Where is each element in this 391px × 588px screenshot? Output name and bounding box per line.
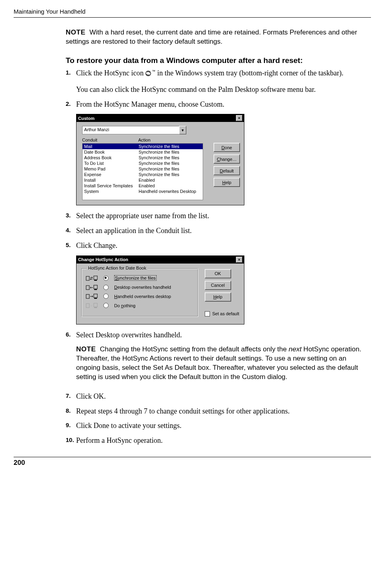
list-item[interactable]: MailSynchronize the files: [83, 144, 203, 149]
svg-rect-14: [94, 307, 97, 308]
user-combo[interactable]: Arthur Manzi ▼: [82, 126, 186, 134]
step-1: 1. Click the HotSync icon ™ in the Windo…: [66, 68, 371, 95]
step-number: 4.: [66, 226, 76, 236]
page-number: 200: [14, 459, 371, 467]
note-text: With a hard reset, the current date and …: [66, 28, 357, 45]
list-item[interactable]: Date BookSynchronize the files: [83, 149, 203, 155]
option-synchronize[interactable]: Synchronize the files: [86, 275, 194, 281]
step-text: Click the HotSync icon: [76, 69, 145, 77]
note-label: NOTE: [66, 28, 85, 36]
radio-icon: [103, 276, 109, 281]
note-emphasis: next: [288, 345, 301, 353]
running-head: Maintaining Your Handheld: [14, 8, 371, 15]
list-item[interactable]: Install Service TemplatesEnabled: [83, 183, 203, 189]
note-block-2: NOTEChanging the HotSync setting from th…: [76, 345, 371, 382]
handheld-to-desktop-icon: [86, 294, 98, 300]
trademark: ™: [152, 69, 155, 73]
list-item[interactable]: ExpenseSynchronize the files: [83, 172, 203, 177]
radio-icon: [103, 303, 109, 308]
svg-rect-6: [86, 286, 89, 290]
conduit-action: Synchronize the files: [139, 155, 179, 160]
do-nothing-icon: ··: [86, 302, 98, 308]
sync-both-icon: [86, 275, 98, 281]
step-number: 2.: [66, 99, 76, 109]
help-button[interactable]: Help: [205, 292, 231, 302]
option-handheld-overwrites[interactable]: Handheld overwrites desktop: [86, 294, 194, 300]
list-item[interactable]: InstallEnabled: [83, 177, 203, 183]
option-label: Desktop overwrites handheld: [114, 285, 171, 290]
conduit-action: Enabled: [139, 183, 155, 188]
svg-rect-10: [94, 294, 97, 298]
dialog-titlebar: Change HotSync Action ×: [77, 256, 244, 264]
default-button[interactable]: Default: [214, 166, 240, 175]
conduit-name: Memo Pad: [84, 166, 139, 171]
conduit-name: Expense: [84, 172, 139, 177]
change-button[interactable]: Change…: [214, 154, 240, 164]
list-item[interactable]: Address BookSynchronize the files: [83, 155, 203, 160]
step-3: 3. Select the appropriate user name from…: [66, 211, 371, 221]
step-number: 5.: [66, 241, 76, 251]
conduit-name: Date Book: [84, 150, 139, 154]
step-number: 1.: [66, 68, 76, 95]
step-9: 9. Click Done to activate your settings.: [66, 421, 371, 431]
option-label: Handheld overwrites desktop: [114, 294, 171, 299]
step-number: 6.: [66, 330, 76, 340]
option-do-nothing[interactable]: ·· Do nothing: [86, 302, 194, 308]
checkbox-icon: [205, 311, 210, 316]
dialog-titlebar: Custom ×: [77, 114, 244, 122]
step-text: Click Done to activate your settings.: [76, 421, 371, 431]
step-number: 8.: [66, 406, 76, 416]
list-item[interactable]: SystemHandheld overwrites Desktop: [83, 189, 203, 194]
step-number: 7.: [66, 391, 76, 401]
svg-rect-7: [94, 285, 97, 289]
step-6: 6. Select Desktop overwrites handheld.: [66, 330, 371, 340]
conduit-action: Synchronize the files: [139, 144, 179, 149]
step-text: Perform a HotSync operation.: [76, 436, 371, 446]
conduit-action: Handheld overwrites Desktop: [139, 189, 196, 194]
step-4: 4. Select an application in the Conduit …: [66, 226, 371, 236]
svg-rect-5: [94, 280, 97, 281]
conduit-name: To Do List: [84, 161, 139, 166]
col-action: Action: [138, 138, 151, 142]
step-text: Repeat steps 4 through 7 to change condu…: [76, 406, 371, 416]
conduit-action: Synchronize the files: [139, 161, 179, 166]
conduit-name: Address Book: [84, 155, 139, 160]
step-text: Click Change.: [76, 241, 371, 251]
close-icon[interactable]: ×: [236, 115, 242, 121]
svg-rect-3: [86, 276, 89, 280]
done-button[interactable]: Done: [214, 143, 240, 152]
conduit-name: System: [84, 189, 139, 194]
close-icon[interactable]: ×: [236, 257, 242, 263]
list-item[interactable]: To Do ListSynchronize the files: [83, 160, 203, 166]
option-label: Synchronize the files: [114, 275, 157, 281]
top-rule: [14, 17, 371, 18]
svg-rect-11: [94, 298, 97, 299]
option-desktop-overwrites[interactable]: Desktop overwrites handheld: [86, 284, 194, 290]
svg-rect-12: [86, 304, 89, 308]
conduit-action: Enabled: [139, 178, 155, 182]
step-subtext: You can also click the HotSync command o…: [76, 85, 371, 95]
ok-button[interactable]: OK: [205, 269, 231, 278]
note-text: Changing the HotSync setting from the de…: [100, 345, 288, 353]
svg-rect-8: [94, 289, 97, 290]
conduit-listbox[interactable]: MailSynchronize the filesDate BookSynchr…: [82, 143, 203, 200]
conduit-name: Mail: [84, 144, 139, 149]
list-headers: Conduit Action: [82, 138, 240, 142]
set-as-default-checkbox[interactable]: Set as default: [205, 311, 239, 316]
svg-text:··: ··: [91, 304, 92, 308]
group-title: HotSync Action for Date Book: [87, 266, 148, 270]
chevron-down-icon[interactable]: ▼: [179, 126, 186, 134]
step-5: 5. Click Change.: [66, 241, 371, 251]
step-7: 7. Click OK.: [66, 391, 371, 401]
step-text: From the HotSync Manager menu, choose Cu…: [76, 99, 371, 109]
conduit-action: Synchronize the files: [139, 172, 179, 177]
hotsync-action-group: HotSync Action for Date Book Synchronize…: [81, 268, 198, 317]
custom-dialog: Custom × Arthur Manzi ▼ Conduit Action M…: [76, 114, 244, 205]
help-button[interactable]: Help: [214, 178, 240, 187]
option-label: Do nothing: [114, 303, 135, 308]
cancel-button[interactable]: Cancel: [205, 281, 231, 290]
checkbox-label: Set as default: [212, 311, 239, 316]
col-conduit: Conduit: [82, 138, 138, 142]
step-text: Click OK.: [76, 391, 371, 401]
list-item[interactable]: Memo PadSynchronize the files: [83, 166, 203, 172]
